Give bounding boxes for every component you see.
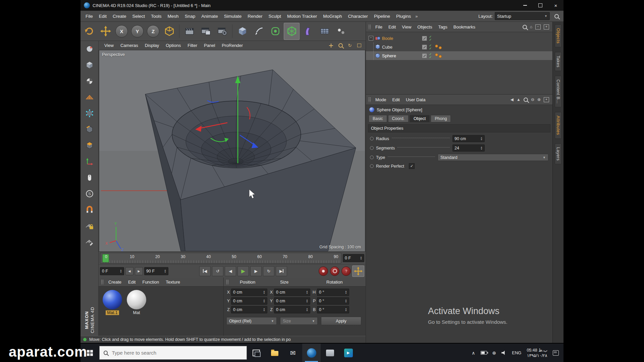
material-item[interactable]: Mat.1 <box>103 290 122 315</box>
coordinate-system-button[interactable] <box>161 23 177 40</box>
menu-pipeline[interactable]: Pipeline <box>371 14 393 19</box>
add-subdivision-surface-button[interactable] <box>267 23 283 40</box>
current-frame-field[interactable]: 0 F ▲▼ <box>100 267 124 275</box>
panel-grip-icon[interactable] <box>368 24 371 29</box>
stepper-icon[interactable]: ▲▼ <box>343 290 347 294</box>
history-forward-icon[interactable]: ▲ <box>517 97 521 102</box>
keying-options-button[interactable]: ? <box>341 266 351 276</box>
object-name[interactable]: Sphere <box>382 53 396 58</box>
snap-button[interactable]: S <box>82 186 97 202</box>
menu-file[interactable]: File <box>83 14 96 19</box>
am-menu-mode[interactable]: Mode <box>373 97 389 102</box>
keyframe-dot-icon[interactable] <box>370 137 374 140</box>
rotate-view-button[interactable]: ↻ <box>346 42 354 49</box>
menu-animate[interactable]: Animate <box>198 14 221 19</box>
taskbar-clock[interactable]: 05:48 ب.ظ ۱۳۹۵/۱۰/۲۸ <box>527 348 547 358</box>
menu-plugins[interactable]: Plugins <box>393 14 414 19</box>
tab-object[interactable]: Object <box>410 115 430 122</box>
panel-grip-icon[interactable] <box>368 97 371 102</box>
menu-character[interactable]: Character <box>345 14 371 19</box>
search-icon[interactable] <box>554 14 559 18</box>
stepper-icon[interactable]: ▲▼ <box>262 290 265 294</box>
timeline-ruler[interactable]: 0 10 20 30 40 50 60 70 80 90 <box>100 253 341 263</box>
render-view-button[interactable] <box>181 23 197 40</box>
axis-z-lock-button[interactable]: Z <box>147 25 159 38</box>
material-menu-create[interactable]: Create <box>105 280 124 285</box>
polygons-mode-button[interactable] <box>82 137 97 154</box>
language-indicator[interactable]: ENG <box>512 350 521 355</box>
visibility-toggle-icon[interactable] <box>422 53 427 58</box>
stepper-icon[interactable]: ▲▼ <box>305 299 308 303</box>
om-menu-tags[interactable]: Tags <box>435 24 450 29</box>
tab-content-browser[interactable]: Content B... <box>555 76 561 107</box>
workplane-mode-button[interactable] <box>82 89 97 105</box>
mail-button[interactable]: ✉ <box>284 344 302 362</box>
keyframe-dot-icon[interactable] <box>370 156 374 159</box>
rotation-p-field[interactable]: 0 °▲▼ <box>317 297 349 305</box>
render-perfect-checkbox[interactable]: ✓ <box>409 163 415 169</box>
material-preview-sphere[interactable] <box>103 290 122 309</box>
segments-field[interactable]: 24▲▼ <box>452 144 485 152</box>
enable-axis-button[interactable] <box>82 154 97 170</box>
next-key-button[interactable]: ↻ <box>263 266 274 276</box>
menu-motion-tracker[interactable]: Motion Tracker <box>284 14 320 19</box>
position-z-field[interactable]: 0 cm▲▼ <box>231 306 267 313</box>
battery-icon[interactable] <box>481 351 487 355</box>
menu-tools[interactable]: Tools <box>148 14 165 19</box>
layout-dropdown[interactable]: Startup ▼ <box>495 12 550 20</box>
add-spline-button[interactable] <box>251 23 267 40</box>
tab-attributes[interactable]: Attributes <box>555 112 561 139</box>
menu-snap[interactable]: Snap <box>182 14 199 19</box>
zoom-view-button[interactable] <box>337 42 344 49</box>
next-frame-button[interactable]: ▶ <box>250 266 262 276</box>
viewport-menu-filter[interactable]: Filter <box>184 43 200 48</box>
object-row-cube[interactable]: Cube ✓✓ <box>366 43 552 51</box>
collapse-expander-icon[interactable]: − <box>369 36 373 41</box>
material-menu-texture[interactable]: Texture <box>163 280 183 285</box>
collapse-icon[interactable]: − <box>535 24 541 29</box>
home-icon[interactable]: ⌂ <box>530 24 532 29</box>
stepper-icon[interactable]: ▲▼ <box>479 146 483 150</box>
tab-basic[interactable]: Basic <box>369 115 387 122</box>
menu-edit[interactable]: Edit <box>96 14 110 19</box>
type-dropdown[interactable]: Standard▼ <box>438 154 548 161</box>
menu-sculpt[interactable]: Sculpt <box>266 14 284 19</box>
toggle-view-button[interactable] <box>356 42 363 49</box>
material-menu-function[interactable]: Function <box>139 280 162 285</box>
object-name[interactable]: Boole <box>382 36 393 41</box>
tag-dot-icon[interactable] <box>435 45 438 48</box>
om-menu-view[interactable]: View <box>399 24 414 29</box>
minimize-button[interactable] <box>517 0 533 11</box>
material-menu-edit[interactable]: Edit <box>125 280 139 285</box>
object-tags[interactable] <box>435 45 442 49</box>
axis-y-lock-button[interactable]: Y <box>131 25 144 38</box>
coordinate-mode-dropdown[interactable]: Object (Rel)▼ <box>226 317 277 325</box>
search-icon[interactable] <box>524 98 528 102</box>
stepper-icon[interactable]: ▲▼ <box>262 308 265 312</box>
file-explorer-button[interactable] <box>265 344 284 362</box>
add-primitive-button[interactable] <box>234 23 250 40</box>
render-settings-button[interactable] <box>214 23 230 40</box>
pan-view-button[interactable] <box>327 42 335 49</box>
stepper-icon[interactable]: ▲▼ <box>479 137 483 141</box>
enable-checks-icon[interactable]: ✓✓ <box>429 44 432 50</box>
magnet-snap-button[interactable] <box>82 202 97 218</box>
tab-objects[interactable]: Objects <box>555 24 561 47</box>
tab-phong[interactable]: Phong <box>431 115 451 122</box>
interactive-workplane-button[interactable] <box>82 234 97 250</box>
enable-checks-icon[interactable]: ✓✓ <box>429 35 432 41</box>
menu-select[interactable]: Select <box>129 14 148 19</box>
material-name[interactable]: Mat.1 <box>106 310 119 315</box>
menu-simulate[interactable]: Simulate <box>221 14 245 19</box>
workplane-lock-button[interactable] <box>82 218 97 234</box>
viewport-menu-options[interactable]: Options <box>163 43 184 48</box>
object-name[interactable]: Cube <box>382 45 392 50</box>
chevron-up-icon[interactable]: ∧ <box>472 350 475 356</box>
visibility-toggle-icon[interactable] <box>422 45 427 50</box>
object-row-sphere[interactable]: Sphere ✓✓ <box>366 51 552 60</box>
position-y-field[interactable]: 0 cm▲▼ <box>231 297 267 305</box>
previous-key-button[interactable]: ↺ <box>212 266 223 276</box>
size-z-field[interactable]: 0 cm▲▼ <box>274 306 310 313</box>
add-environment-button[interactable] <box>317 23 332 40</box>
end-frame-field[interactable]: 90 F ▲▼ <box>144 267 168 275</box>
